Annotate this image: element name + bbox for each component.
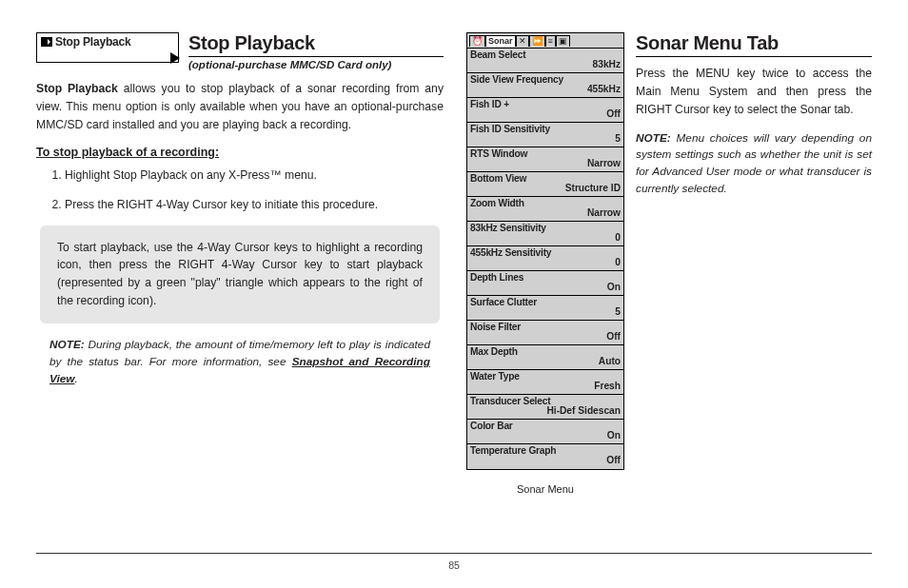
sonar-row-value: 455kHz [470,84,621,94]
columns: Stop Playback Stop Playback (optional-pu… [36,32,872,495]
callout-box: To start playback, use the 4-Way Cursor … [40,225,440,324]
sonar-menu-row: Color BarOn [467,420,623,444]
sonar-row-value: Fresh [470,381,621,391]
sonar-tab: ≡ [545,35,556,47]
sonar-menu-row: 83kHz Sensitivity0 [467,222,623,246]
note-label: NOTE: [49,338,85,351]
sonar-menu-row: Temperature GraphOff [467,444,623,469]
sonar-row-value: Off [470,108,621,119]
sonar-tab: ⏰ [469,35,485,47]
sonar-row-value: 83kHz [470,59,621,69]
sonar-menu-row: 455kHz Sensitivity0 [467,246,623,271]
sonar-menu-row: Max DepthAuto [467,345,623,370]
step-1: Highlight Stop Playback on any X-Press™ … [65,167,444,185]
sonar-row-value: 0 [470,232,621,243]
right-note-body: Menu choices will vary depending on syst… [636,131,872,195]
page-footer: 85 [36,553,872,571]
sonar-menu-row: Side View Frequency455kHz [467,73,623,98]
sonar-menu-row: Surface Clutter5 [467,296,623,321]
play-arrow-icon [170,52,180,64]
sonar-tab: ✕ [516,35,529,47]
left-header: Stop Playback Stop Playback (optional-pu… [36,32,444,70]
sonar-tabbar: ⏰Sonar✕⏩≡▣ [467,33,623,49]
right-note: NOTE: Menu choices will vary depending o… [636,130,872,198]
step-2: Press the RIGHT 4-Way Cursor key to init… [65,196,444,214]
note-paragraph: NOTE: During playback, the amount of tim… [49,337,430,387]
sonar-row-value: On [470,282,621,292]
footer-rule [36,553,872,554]
section-heading-sonar-tab: Sonar Menu Tab [636,32,872,57]
sonar-row-value: On [470,430,621,441]
sonar-menu-rows: Beam Select83kHzSide View Frequency455kH… [467,49,623,469]
sonar-row-value: Narrow [470,207,621,218]
intro-lead: Stop Playback [36,82,118,95]
sonar-menu-row: Fish ID +Off [467,98,623,123]
right-text: Sonar Menu Tab Press the MENU key twice … [636,32,872,495]
sonar-menu-row: Fish ID Sensitivity5 [467,123,623,147]
section-subtitle: (optional-purchase MMC/SD Card only) [188,59,444,70]
sonar-row-value: 0 [470,257,621,267]
sonar-row-value: 5 [470,306,621,317]
procedure-subhead: To stop playback of a recording: [36,146,444,159]
right-column: ⏰Sonar✕⏩≡▣ Beam Select83kHzSide View Fre… [466,32,872,495]
recording-icon [41,37,52,47]
left-heading-block: Stop Playback (optional-purchase MMC/SD … [188,32,444,70]
sonar-tab: Sonar [485,35,516,47]
sonar-row-value: Auto [470,356,621,366]
left-column: Stop Playback Stop Playback (optional-pu… [36,32,444,495]
sonar-menu-row: RTS WindowNarrow [467,147,623,172]
sonar-row-value: 5 [470,133,621,144]
sonar-menu-image: ⏰Sonar✕⏩≡▣ Beam Select83kHzSide View Fre… [466,32,624,495]
sonar-menu-caption: Sonar Menu [466,483,624,495]
sonar-menu-row: Noise FilterOff [467,321,623,345]
menu-box-label: Stop Playback [55,35,130,49]
sonar-menu-row: Beam Select83kHz [467,49,623,73]
sonar-menu-row: Transducer SelectHi-Def Sidescan [467,395,623,420]
sonar-tab: ▣ [556,35,570,47]
sonar-menu-row: Bottom ViewStructure ID [467,172,623,197]
right-note-label: NOTE: [636,131,671,145]
sonar-row-value: Off [470,455,621,465]
section-heading-stop-playback: Stop Playback [188,32,444,57]
sonar-tab: ⏩ [529,35,545,47]
stop-playback-menu-box: Stop Playback [36,32,179,63]
sonar-menu-box: ⏰Sonar✕⏩≡▣ Beam Select83kHzSide View Fre… [466,32,624,470]
sonar-menu-row: Depth LinesOn [467,271,623,296]
note-end: . [74,372,77,385]
right-paragraph: Press the MENU key twice to access the M… [636,65,872,119]
manual-page: Stop Playback Stop Playback (optional-pu… [0,0,908,588]
sonar-row-value: Hi-Def Sidescan [470,405,621,416]
procedure-steps: Highlight Stop Playback on any X-Press™ … [65,167,444,214]
sonar-row-value: Narrow [470,158,621,168]
page-number: 85 [36,559,872,571]
sonar-menu-row: Zoom WidthNarrow [467,197,623,222]
sonar-row-value: Structure ID [470,183,621,193]
intro-paragraph: Stop Playback allows you to stop playbac… [36,80,444,134]
sonar-menu-row: Water TypeFresh [467,370,623,395]
sonar-row-value: Off [470,331,621,342]
